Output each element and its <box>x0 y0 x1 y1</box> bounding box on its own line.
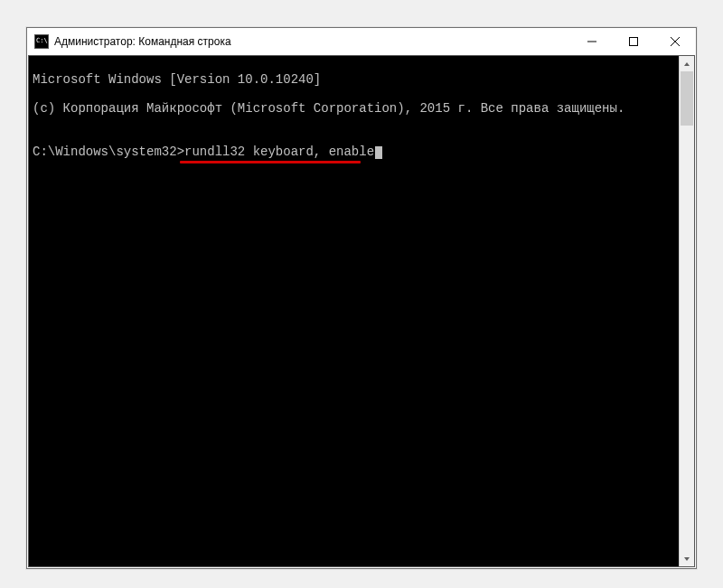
console-content: Microsoft Windows [Version 10.0.10240] (… <box>29 56 694 175</box>
scrollbar-track[interactable] <box>680 71 694 551</box>
close-button[interactable] <box>654 28 696 55</box>
cmd-icon <box>34 34 49 49</box>
close-icon <box>671 37 680 46</box>
scroll-down-button[interactable] <box>680 551 694 566</box>
chevron-up-icon <box>683 61 690 68</box>
version-line: Microsoft Windows [Version 10.0.10240] <box>33 72 690 87</box>
copyright-line: (c) Корпорация Майкрософт (Microsoft Cor… <box>33 101 690 116</box>
maximize-icon <box>629 37 638 46</box>
vertical-scrollbar[interactable] <box>679 56 694 566</box>
scroll-up-button[interactable] <box>680 56 694 71</box>
svg-marker-4 <box>684 62 690 66</box>
highlight-underline <box>180 161 361 163</box>
prompt-path: C:\Windows\system32> <box>33 145 184 159</box>
svg-rect-1 <box>630 38 638 46</box>
minimize-icon <box>587 37 596 46</box>
console-area[interactable]: Microsoft Windows [Version 10.0.10240] (… <box>28 55 695 567</box>
window-controls <box>571 28 696 55</box>
typed-command: rundll32 keyboard, enable <box>184 145 374 159</box>
svg-marker-5 <box>684 557 690 561</box>
command-prompt-window: Администратор: Командная строка Microsof… <box>26 27 697 569</box>
minimize-button[interactable] <box>571 28 613 55</box>
scrollbar-thumb[interactable] <box>681 71 693 126</box>
window-title: Администратор: Командная строка <box>54 35 571 48</box>
chevron-down-icon <box>683 555 690 563</box>
prompt-line: C:\Windows\system32>rundll32 keyboard, e… <box>33 145 382 159</box>
text-cursor <box>375 146 382 159</box>
maximize-button[interactable] <box>613 28 654 55</box>
title-bar[interactable]: Администратор: Командная строка <box>27 28 696 55</box>
